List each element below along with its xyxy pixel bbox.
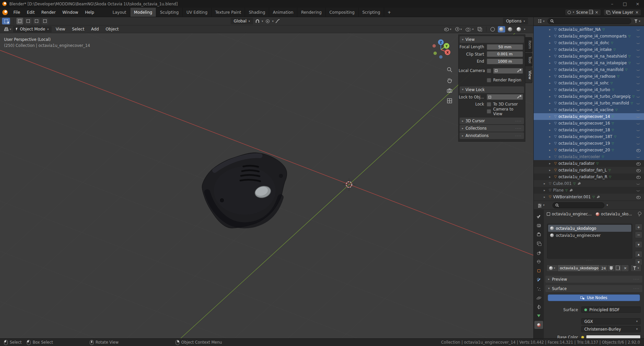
visibility-eye-icon[interactable] <box>636 188 641 192</box>
use-nodes-button[interactable]: Use Nodes <box>548 294 640 301</box>
axis-neg-y-handle[interactable] <box>433 52 437 55</box>
xray-toggle[interactable] <box>476 26 483 32</box>
workspace-tab[interactable]: Sculpting <box>156 8 183 17</box>
expand-arrow-icon[interactable]: ▸ <box>544 182 547 185</box>
panel-grip-icon[interactable]: ···· <box>515 127 522 130</box>
outliner-row[interactable]: ▸ ▽ octavia1u_radiator ▽ <box>534 160 644 167</box>
show-gizmo-dropdown[interactable]: ▾ <box>454 26 463 32</box>
object-name[interactable]: octavia1u_engine_i4_turbo <box>559 87 610 92</box>
menu-item[interactable]: Render <box>38 8 59 17</box>
shading-rendered-button[interactable] <box>515 26 523 32</box>
sidebar-tab[interactable]: View <box>525 67 532 83</box>
select-mode-intersect[interactable] <box>42 18 48 24</box>
expand-arrow-icon[interactable]: ▸ <box>549 62 552 65</box>
expand-arrow-icon[interactable]: ▸ <box>549 28 552 31</box>
properties-options-dropdown[interactable]: ▾ <box>606 204 608 207</box>
object-name[interactable]: octavia1u_engine_i4_radhose <box>559 74 616 79</box>
view-lock-section-header[interactable]: ▾ View Lock <box>460 86 524 93</box>
axis-neg-z-handle[interactable] <box>439 55 443 59</box>
unlink-material-button[interactable]: × <box>622 265 629 272</box>
properties-tab[interactable] <box>534 258 543 266</box>
expand-arrow-icon[interactable]: ▸ <box>549 149 552 152</box>
add-slot-button[interactable]: + <box>635 224 642 230</box>
expand-arrow-icon[interactable]: ▸ <box>549 122 552 125</box>
visibility-eye-icon[interactable] <box>636 54 641 58</box>
outliner-row[interactable]: ▸ ▽ octavia1u_engine_i4_vacline ▽ <box>534 107 644 113</box>
object-name[interactable]: VWBoraInterior.001 <box>553 195 591 199</box>
lock-to-object-field[interactable] <box>487 94 523 100</box>
local-camera-checkbox[interactable] <box>487 69 491 73</box>
properties-editor-type-dropdown[interactable]: ▾ <box>536 202 546 209</box>
object-name[interactable]: octavia1u_enginecover_16 <box>559 121 610 126</box>
navigation-gizmo[interactable]: Z Y X <box>426 35 455 64</box>
workspace-tab[interactable]: Modeling <box>130 8 157 17</box>
viewport-menu-item[interactable]: Object <box>102 27 122 31</box>
workspace-tab[interactable]: Rendering <box>297 8 326 17</box>
viewport-menu-item[interactable]: Select <box>69 27 88 31</box>
remove-slot-button[interactable]: − <box>635 231 642 238</box>
object-name[interactable]: octavia1u_airfilter_NA <box>559 27 601 32</box>
scene-browse-dropdown-icon[interactable]: ▾ <box>573 11 574 14</box>
properties-tab[interactable] <box>534 212 543 220</box>
visibility-eye-icon[interactable] <box>636 34 641 38</box>
object-visibility-dropdown[interactable]: ▾ <box>443 26 453 32</box>
fake-user-shield-button[interactable] <box>608 265 615 272</box>
view-section-header[interactable]: ▾ View <box>460 36 524 43</box>
show-overlays-dropdown[interactable]: ▾ <box>464 26 475 32</box>
visibility-eye-icon[interactable] <box>636 74 641 78</box>
object-name[interactable]: octavia1u_engine_i4_vacline <box>559 108 613 112</box>
outliner-row[interactable]: ▸ ▽ Plane ▽ <box>534 187 644 194</box>
new-scene-icon[interactable] <box>590 10 593 14</box>
visibility-eye-icon[interactable] <box>636 27 641 31</box>
outliner-row[interactable]: ▸ ▽ octavia1u_enginecover_19 ▽ <box>534 140 644 147</box>
options-dropdown[interactable]: Options ▾ <box>503 18 528 24</box>
object-name[interactable]: octavia1u_engine_i4_intake <box>559 47 612 52</box>
outliner-row[interactable]: ▸ ▽ VWBoraInterior.001 ▽ <box>534 194 644 200</box>
select-mode-set[interactable] <box>16 18 23 24</box>
object-name[interactable]: octavia1u_engine_i4_sohc <box>559 81 609 85</box>
properties-tab[interactable] <box>534 321 543 329</box>
shading-dropdown[interactable]: ▾ <box>524 28 525 31</box>
visibility-eye-icon[interactable] <box>636 195 641 199</box>
expand-arrow-icon[interactable]: ▸ <box>544 196 547 199</box>
browse-material-dropdown[interactable]: ▾ <box>546 265 558 272</box>
3d-viewport[interactable]: User Perspective (Local) (250) Collectio… <box>0 33 533 338</box>
object-name[interactable]: octavia1u_enginecover_18T <box>559 134 612 139</box>
expand-arrow-icon[interactable]: ▸ <box>549 176 552 179</box>
workspace-tab[interactable]: Layout <box>109 8 130 17</box>
preview-panel-header[interactable]: ▸ Preview ···· <box>545 276 642 283</box>
object-name[interactable]: octavia1u_intercooler <box>559 154 600 159</box>
eyedropper-icon[interactable] <box>518 69 521 73</box>
visibility-eye-icon[interactable] <box>636 81 641 85</box>
workspace-tab[interactable]: Animation <box>269 8 297 17</box>
focal-length-field[interactable]: 50 mm <box>487 44 523 50</box>
outliner-row[interactable]: ▸ ▽ octavia1u_engine_i4_turbo_chargepipe… <box>534 93 644 100</box>
distribution-dropdown[interactable]: GGX ▾ <box>581 318 641 325</box>
material-name-field[interactable]: octavia1u_skodalogo <box>558 265 600 272</box>
clip-start-field[interactable]: 0.001 m <box>487 51 523 57</box>
eyedropper-icon[interactable] <box>518 95 521 99</box>
material-users-button[interactable]: 24 <box>600 265 608 272</box>
properties-tab[interactable] <box>534 294 543 302</box>
expand-arrow-icon[interactable]: ▸ <box>549 75 552 78</box>
menu-item[interactable]: Window <box>59 8 81 17</box>
engine-cover-object[interactable] <box>202 153 287 228</box>
object-name[interactable]: octavia1u_enginecover_18 <box>559 128 610 132</box>
shading-solid-button[interactable] <box>498 26 505 32</box>
zoom-tool-icon[interactable] <box>446 66 453 73</box>
outliner-row[interactable]: ▸ ▽ octavia1u_enginecover_18 ▽ <box>534 127 644 133</box>
panel-grip-icon[interactable]: ···· <box>633 277 640 281</box>
menu-item[interactable]: Edit <box>23 8 38 17</box>
viewport-menu-item[interactable]: View <box>52 27 68 31</box>
snapping-dropdown[interactable]: ▾ <box>262 20 263 23</box>
visibility-eye-icon[interactable] <box>636 41 641 45</box>
sidebar-tab[interactable]: Tool <box>525 53 532 67</box>
object-name[interactable]: octavia1u_engine_i4_dohc <box>559 41 609 45</box>
outliner-row[interactable]: ▸ ▽ octavia1u_enginecover_14 ▽ <box>534 113 644 120</box>
object-name[interactable]: octavia1u_radiator_fan_R <box>559 175 607 179</box>
outliner-row[interactable]: ▸ ▽ octavia1u_enginecover_16 ▽ <box>534 120 644 127</box>
visibility-eye-icon[interactable] <box>636 182 641 186</box>
panel-section-header[interactable]: ▸ Collections ···· <box>460 125 524 132</box>
visibility-eye-icon[interactable] <box>636 161 641 165</box>
object-name[interactable]: octavia1u_radiator_fan_L <box>559 168 607 172</box>
